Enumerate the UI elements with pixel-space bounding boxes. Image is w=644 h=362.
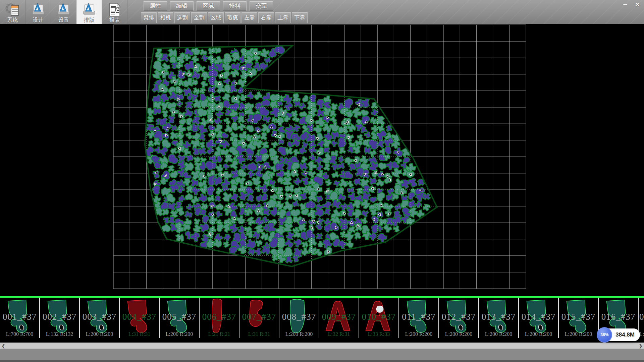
main-toolbar: 系统 设计 设置 <box>0 0 644 24</box>
piece-id-label: 008_#37 <box>279 312 319 322</box>
tool-button-8[interactable]: 上靠 <box>275 12 291 23</box>
piece-id-label: 010_#37 <box>359 312 398 322</box>
tool-button-9[interactable]: 下靠 <box>292 12 308 23</box>
minimize-button[interactable]: ─ <box>620 1 631 8</box>
mode-button-label: 报表 <box>109 17 120 23</box>
mode-button-label: 系统 <box>7 17 18 23</box>
thumbnail-tile-5[interactable]: 006_#37 L:21 R:21 <box>200 298 239 338</box>
piece-lr-count-label: L:132 R:132 <box>40 331 79 337</box>
menubar-item-1[interactable]: 编辑 <box>170 1 194 11</box>
mode-button-system[interactable]: 系统 <box>0 0 25 24</box>
tool-button-1[interactable]: 相机 <box>158 12 173 23</box>
piece-lr-count-label: L:200 R:200 <box>279 331 319 337</box>
strip-padding <box>0 338 644 343</box>
ruler-icon <box>31 2 46 17</box>
piece-thumbnail-strip: 001_#37 L:700 R:700 002_#37 L:132 R:132 … <box>0 298 644 338</box>
mode-button-label: 设置 <box>58 17 69 23</box>
menubar-item-3[interactable]: 排料 <box>223 1 247 11</box>
nested-hide-drawing <box>0 24 644 296</box>
tool-button-3[interactable]: 全割 <box>191 12 207 23</box>
menubar: 属性编辑区域排料交互 <box>144 1 308 11</box>
thumbnail-tile-3[interactable]: 004_#37 L:31 R:31 <box>120 298 160 338</box>
mode-button-design[interactable]: 设计 <box>25 0 51 24</box>
tool-button-0[interactable]: 聚排 <box>141 12 157 23</box>
piece-lr-count-label: L:33 R:33 <box>359 331 398 337</box>
thumbnail-tile-2[interactable]: 003_#37 L:200 R:200 <box>80 298 120 338</box>
menubar-item-4[interactable]: 交互 <box>250 1 273 11</box>
tool-button-7[interactable]: 右靠 <box>258 12 274 23</box>
mode-button-label: 设计 <box>33 17 44 23</box>
thumbnail-tile-13[interactable]: 014_#37 L:200 R:200 <box>519 298 559 338</box>
piece-id-label: 003_#37 <box>80 312 119 322</box>
menubar-item-2[interactable]: 区域 <box>197 1 220 11</box>
thumbnail-tile-8[interactable]: 009_#37 L:32 R:31 <box>319 298 359 338</box>
piece-id-label: 005_#37 <box>160 312 199 322</box>
thumbnail-tile-0[interactable]: 001_#37 L:700 R:700 <box>0 298 40 338</box>
tool-button-4[interactable]: 区域 <box>208 12 224 23</box>
report-document-icon <box>107 2 122 17</box>
thumbnail-tile-7[interactable]: 008_#37 L:200 R:200 <box>279 298 319 338</box>
nesting-canvas-area[interactable] <box>0 24 644 296</box>
tool-button-row: 聚排相机选割全割区域瑕疵左靠右靠上靠下靠 <box>141 12 308 23</box>
close-button[interactable]: ✕ <box>632 1 643 8</box>
gear-document-icon <box>5 2 20 17</box>
piece-id-label: 0 <box>639 312 644 322</box>
thumbnail-tile-9[interactable]: 010_#37 L:33 R:33 <box>359 298 399 338</box>
thumbnail-tile-4[interactable]: 005_#37 L:200 R:200 <box>160 298 200 338</box>
piece-id-label: 013_#37 <box>479 312 518 322</box>
piece-lr-count-label: L:200 R:200 <box>399 331 438 337</box>
piece-id-label: 011_#37 <box>399 312 438 322</box>
menubar-item-0[interactable]: 属性 <box>144 1 167 11</box>
thumbnail-tile-6[interactable]: 007_#37 L:31 R:31 <box>239 298 279 338</box>
tool-button-5[interactable]: 瑕疵 <box>225 12 240 23</box>
nesting-application-window: 系统 设计 设置 <box>0 0 644 362</box>
piece-lr-count-label: L:200 R:200 <box>479 331 518 337</box>
thumbnail-tile-14[interactable]: 015_#37 L:200 R:200 <box>559 298 599 338</box>
thumbnail-tile-16[interactable]: 0 L: <box>639 298 644 338</box>
thumbnail-tile-11[interactable]: 012_#37 L:200 R:200 <box>439 298 479 338</box>
mode-button-settings[interactable]: 设置 <box>51 0 76 24</box>
piece-id-label: 009_#37 <box>319 312 359 322</box>
piece-lr-count-label: L:32 R:31 <box>319 331 359 337</box>
piece-lr-count-label: L:200 R:200 <box>559 331 598 337</box>
piece-id-label: 001_#37 <box>0 312 39 322</box>
status-bar <box>0 349 644 360</box>
scroll-right-icon[interactable]: ❯ <box>637 343 644 349</box>
piece-lr-count-label: L:200 R:200 <box>80 331 119 337</box>
piece-id-label: 014_#37 <box>519 312 558 322</box>
piece-lr-count-label: L:200 R:200 <box>439 331 478 337</box>
memory-usage-overlay[interactable]: 38% 384.8M <box>598 328 640 341</box>
thumbnail-tile-10[interactable]: 011_#37 L:200 R:200 <box>399 298 439 338</box>
piece-lr-count-label: L:21 R:21 <box>200 331 239 337</box>
window-bottom-edge <box>0 360 644 362</box>
piece-id-label: 002_#37 <box>40 312 79 322</box>
menu-area: 属性编辑区域排料交互 聚排相机选割全割区域瑕疵左靠右靠上靠下靠 <box>144 0 308 23</box>
thumbnail-tile-1[interactable]: 002_#37 L:132 R:132 <box>40 298 80 338</box>
app-mode-buttons: 系统 设计 设置 <box>0 0 127 24</box>
piece-id-label: 006_#37 <box>200 312 239 322</box>
mode-button-report[interactable]: 报表 <box>102 0 127 24</box>
cpu-percent-badge: 38% <box>597 327 612 343</box>
mode-button-label: 排版 <box>84 17 95 23</box>
horizontal-scrollbar[interactable]: ❮ ❯ <box>0 343 644 349</box>
piece-id-label: 016_#37 <box>599 312 638 322</box>
piece-lr-count-label: L:700 R:700 <box>0 331 39 337</box>
tool-button-2[interactable]: 选割 <box>174 12 190 23</box>
piece-id-label: 015_#37 <box>559 312 598 322</box>
piece-id-label: 004_#37 <box>120 312 159 322</box>
memory-usage-value: 384.8M <box>615 331 635 338</box>
window-controls: ─ ✕ <box>620 1 643 8</box>
ruler-icon <box>82 2 97 17</box>
piece-lr-count-label: L:31 R:31 <box>120 331 159 337</box>
tool-button-6[interactable]: 左靠 <box>241 12 257 23</box>
mode-button-nesting[interactable]: 排版 <box>76 0 102 24</box>
piece-lr-count-label: L:31 R:31 <box>239 331 279 337</box>
ruler-icon <box>56 2 71 17</box>
thumbnail-tile-12[interactable]: 013_#37 L:200 R:200 <box>479 298 519 338</box>
piece-id-label: 012_#37 <box>439 312 478 322</box>
scroll-left-icon[interactable]: ❮ <box>0 343 7 349</box>
piece-lr-count-label: L:200 R:200 <box>160 331 199 337</box>
piece-lr-count-label: L:200 R:200 <box>519 331 558 337</box>
piece-id-label: 007_#37 <box>239 312 279 322</box>
